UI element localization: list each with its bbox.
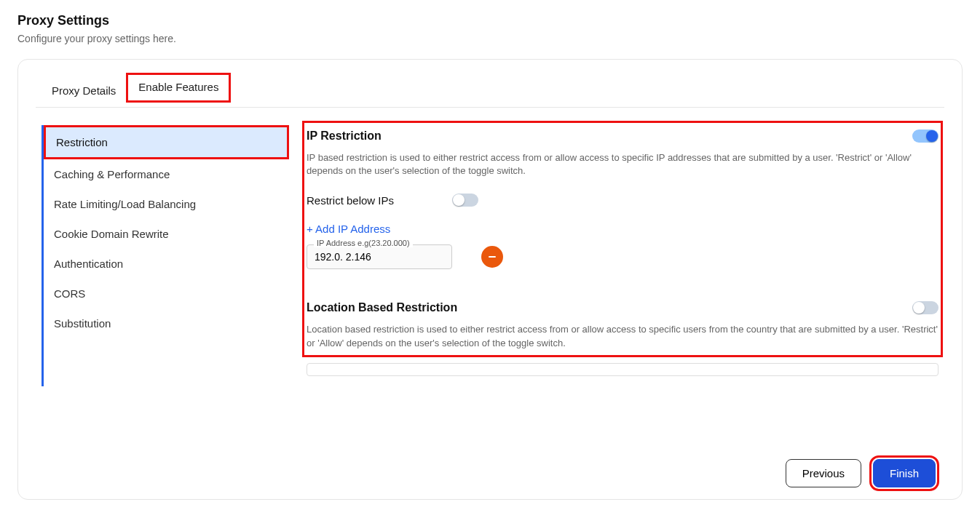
ip-restriction-desc: IP based restriction is used to either r… [307, 151, 938, 178]
location-field-placeholder [307, 363, 938, 376]
sidebar-item-substitution[interactable]: Substitution [44, 308, 289, 338]
previous-button[interactable]: Previous [786, 459, 861, 487]
sidebar: Restriction Caching & Performance Rate L… [42, 125, 289, 386]
location-restriction-title: Location Based Restriction [307, 301, 457, 314]
remove-ip-button[interactable] [481, 246, 503, 268]
sidebar-item-rate-limiting[interactable]: Rate Limiting/Load Balancing [44, 189, 289, 219]
location-restriction-toggle[interactable] [912, 301, 938, 314]
tabs: Proxy Details Enable Features [36, 77, 944, 108]
restrict-ips-toggle[interactable] [452, 194, 478, 207]
ip-field-legend: IP Address e.g(23.20.000) [314, 239, 413, 247]
ip-restriction-title: IP Restriction [307, 130, 382, 143]
minus-icon [487, 252, 497, 262]
sidebar-item-cookie-rewrite[interactable]: Cookie Domain Rewrite [44, 219, 289, 249]
svg-rect-0 [489, 256, 496, 258]
settings-card: Proxy Details Enable Features Restrictio… [17, 59, 963, 500]
footer: Previous Finish [42, 459, 938, 487]
finish-button[interactable]: Finish [873, 459, 936, 487]
page-title: Proxy Settings [17, 13, 963, 28]
sidebar-item-caching[interactable]: Caching & Performance [44, 159, 289, 189]
tab-enable-features[interactable]: Enable Features [126, 73, 231, 103]
restrict-ips-label: Restrict below IPs [307, 194, 394, 207]
tab-proxy-details[interactable]: Proxy Details [42, 77, 126, 107]
sidebar-item-cors[interactable]: CORS [44, 279, 289, 308]
ip-address-input[interactable] [307, 244, 452, 269]
page-subtitle: Configure your proxy settings here. [17, 33, 963, 44]
location-restriction-desc: Location based restriction is used to ei… [307, 323, 938, 349]
ip-restriction-toggle[interactable] [912, 130, 938, 143]
ip-field-wrap: IP Address e.g(23.20.000) [307, 244, 452, 269]
sidebar-item-restriction[interactable]: Restriction [44, 125, 289, 159]
sidebar-item-authentication[interactable]: Authentication [44, 249, 289, 279]
add-ip-button[interactable]: + Add IP Address [307, 223, 390, 235]
main-panel: IP Restriction IP based restriction is u… [307, 125, 938, 386]
